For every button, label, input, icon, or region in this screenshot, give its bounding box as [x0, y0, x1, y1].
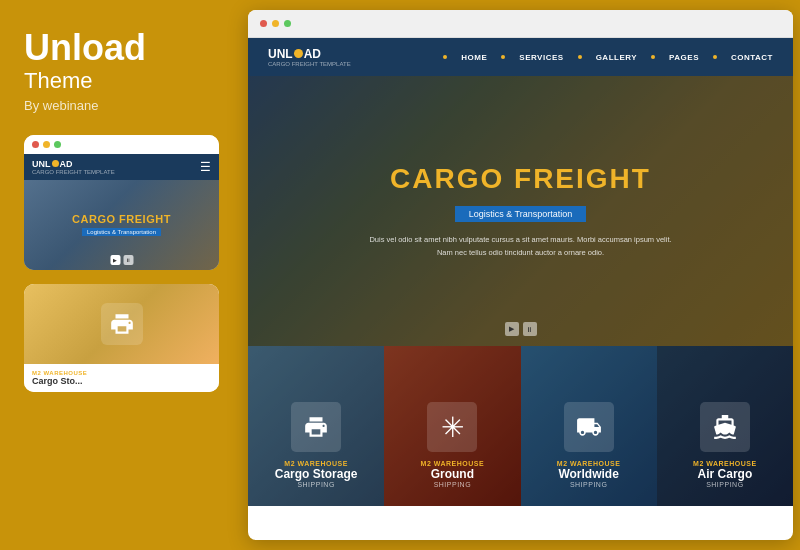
service-card-worldwide[interactable]: M2 Warehouse Worldwide SHIPPING	[521, 346, 657, 506]
play-button[interactable]: ▶	[110, 255, 120, 265]
hero-text: Duis vel odio sit amet nibh vulputate cu…	[361, 234, 681, 260]
mobile-hero: CARGO FREIGHT Logistics & Transportation…	[24, 180, 219, 270]
nav-separator-5	[713, 55, 717, 59]
hero-badge: Logistics & Transportation	[455, 206, 587, 222]
dot-yellow	[43, 141, 50, 148]
hero-section: CARGO FREIGHT Logistics & Transportation…	[248, 76, 793, 346]
left-panel: Unload Theme By webinane UNLAD CARGO FRE…	[0, 0, 245, 550]
mobile-service-card: M2 Warehouse Cargo Sto...	[24, 284, 219, 392]
svc-tag-4: M2 Warehouse	[693, 460, 757, 467]
mobile-card-title: Cargo Sto...	[32, 376, 211, 386]
mobile-hero-controls: ▶ ⏸	[110, 255, 133, 265]
browser-dot-red	[260, 20, 267, 27]
service-card-ground[interactable]: ✳ M2 Warehouse Ground SHIPPING	[384, 346, 520, 506]
svc-title-2: Ground	[421, 467, 485, 481]
brand-subtitle: Theme	[24, 68, 221, 94]
svc-icon-wrap-1	[291, 402, 341, 452]
nav-links: HOME SERVICES GALLERY PAGES CONTACT	[443, 53, 773, 62]
svc-sub-1: SHIPPING	[275, 481, 358, 488]
svc-tag-3: M2 Warehouse	[557, 460, 621, 467]
mobile-hero-title: CARGO FREIGHT	[72, 213, 171, 225]
nav-logo-sub: CARGO FREIGHT TEMPLATE	[268, 61, 351, 67]
svc-icon-wrap-4	[700, 402, 750, 452]
desktop-preview: UNLAD CARGO FREIGHT TEMPLATE HOME SERVIC…	[248, 10, 793, 540]
hero-content: CARGO FREIGHT Logistics & Transportation…	[301, 163, 741, 260]
nav-link-home[interactable]: HOME	[461, 53, 487, 62]
svc-title-3: Worldwide	[557, 467, 621, 481]
hero-controls: ▶ ⏸	[505, 322, 537, 336]
mobile-hero-subtitle: Logistics & Transportation	[82, 228, 161, 236]
nav-link-gallery[interactable]: GALLERY	[596, 53, 637, 62]
dot-red	[32, 141, 39, 148]
service-card-air-cargo[interactable]: M2 Warehouse Air Cargo SHIPPING	[657, 346, 793, 506]
svc-content-3: M2 Warehouse Worldwide SHIPPING	[557, 402, 621, 488]
nav-logo: UNLAD CARGO FREIGHT TEMPLATE	[268, 47, 351, 67]
svc-title-1: Cargo Storage	[275, 467, 358, 481]
pause-button[interactable]: ⏸	[123, 255, 133, 265]
mobile-logo-dot	[52, 160, 59, 167]
brand-by: By webinane	[24, 98, 221, 113]
nav-separator-1	[443, 55, 447, 59]
nav-link-contact[interactable]: CONTACT	[731, 53, 773, 62]
browser-dot-yellow	[272, 20, 279, 27]
service-card-cargo-storage[interactable]: M2 Warehouse Cargo Storage SHIPPING	[248, 346, 384, 506]
mobile-card-label: M2 Warehouse Cargo Sto...	[24, 364, 219, 392]
hero-play-btn[interactable]: ▶	[505, 322, 519, 336]
svc-sub-4: SHIPPING	[693, 481, 757, 488]
svc-content-4: M2 Warehouse Air Cargo SHIPPING	[693, 402, 757, 488]
nav-link-pages[interactable]: PAGES	[669, 53, 699, 62]
dot-green	[54, 141, 61, 148]
mobile-browser-bar	[24, 135, 219, 154]
svc-icon-wrap-3	[564, 402, 614, 452]
mobile-logo: UNLAD CARGO FREIGHT TEMPLATE	[32, 159, 115, 175]
mobile-logo-sub: CARGO FREIGHT TEMPLATE	[32, 169, 115, 175]
cargo-storage-icon	[303, 414, 329, 440]
nav-link-services[interactable]: SERVICES	[519, 53, 563, 62]
svc-icon-wrap-2: ✳	[427, 402, 477, 452]
nav-separator-3	[578, 55, 582, 59]
mobile-preview-card: UNLAD CARGO FREIGHT TEMPLATE ☰ CARGO FRE…	[24, 135, 219, 270]
hero-title: CARGO FREIGHT	[361, 163, 681, 195]
worldwide-icon	[576, 414, 602, 440]
mobile-card-image	[24, 284, 219, 364]
hamburger-icon: ☰	[200, 160, 211, 174]
air-cargo-icon	[712, 414, 738, 440]
browser-bar	[248, 10, 793, 38]
mobile-card-icon-box	[101, 303, 143, 345]
mobile-nav: UNLAD CARGO FREIGHT TEMPLATE ☰	[24, 154, 219, 180]
brand-title: Unload	[24, 28, 221, 68]
print-icon	[109, 311, 135, 337]
svc-tag-1: M2 Warehouse	[275, 460, 358, 467]
nav-logo-dot	[294, 49, 303, 58]
nav-separator-4	[651, 55, 655, 59]
ground-icon: ✳	[441, 411, 464, 444]
hero-pause-btn[interactable]: ⏸	[523, 322, 537, 336]
svc-content-2: ✳ M2 Warehouse Ground SHIPPING	[421, 402, 485, 488]
browser-dot-green	[284, 20, 291, 27]
svc-sub-2: SHIPPING	[421, 481, 485, 488]
nav-separator-2	[501, 55, 505, 59]
svc-content-1: M2 Warehouse Cargo Storage SHIPPING	[275, 402, 358, 488]
services-grid: M2 Warehouse Cargo Storage SHIPPING ✳ M2…	[248, 346, 793, 506]
svc-sub-3: SHIPPING	[557, 481, 621, 488]
website-nav: UNLAD CARGO FREIGHT TEMPLATE HOME SERVIC…	[248, 38, 793, 76]
svc-title-4: Air Cargo	[693, 467, 757, 481]
svc-tag-2: M2 Warehouse	[421, 460, 485, 467]
